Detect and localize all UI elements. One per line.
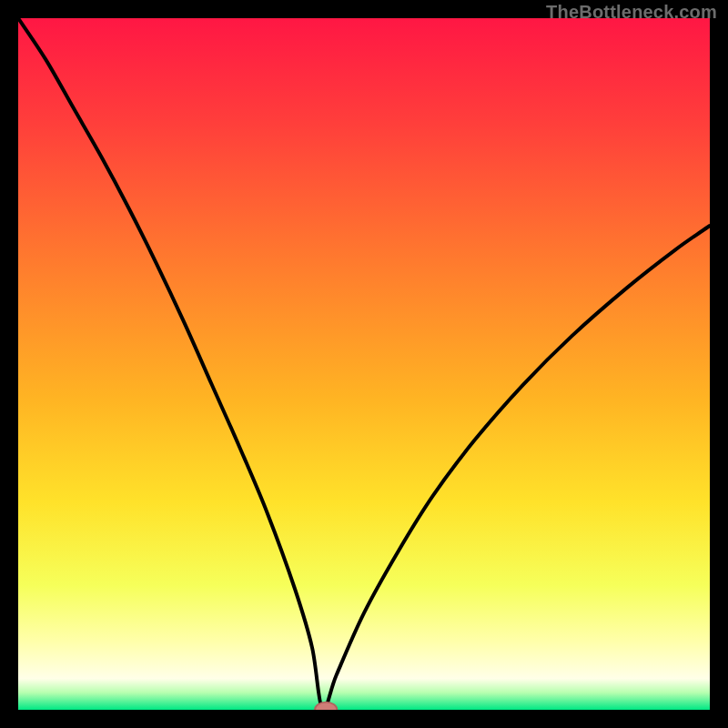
chart-background-gradient — [18, 18, 710, 710]
chart-svg — [18, 18, 710, 710]
chart-frame: TheBottleneck.com — [0, 0, 728, 728]
chart-plot-area — [18, 18, 710, 710]
